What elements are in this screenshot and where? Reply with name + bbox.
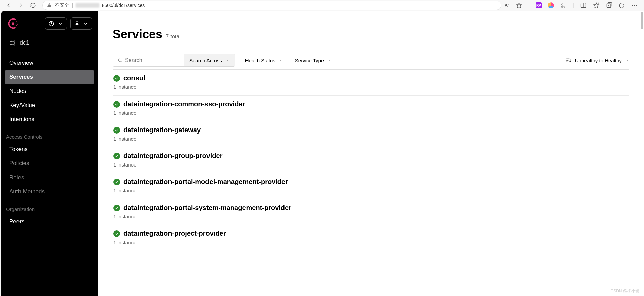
svg-point-22 <box>118 59 121 61</box>
service-instance-count: 1 instance <box>113 162 629 168</box>
back-button[interactable] <box>3 2 15 9</box>
extension-brain-icon[interactable] <box>548 2 554 8</box>
url-host-blur <box>76 3 99 8</box>
address-bar[interactable]: 不安全 | 8500/ui/dc1/services <box>42 1 501 10</box>
consul-logo-icon[interactable] <box>7 17 20 30</box>
search-across-dropdown[interactable]: Search Across <box>184 54 235 66</box>
main-nav: Overview Services Nodes Key/Value Intent… <box>1 50 98 128</box>
refresh-button[interactable] <box>27 2 39 8</box>
total-count: 7 total <box>166 34 181 41</box>
page-title: Services <box>113 27 162 41</box>
service-item[interactable]: dataintegration-group-provider 1 instanc… <box>113 147 629 173</box>
favorites-bar-icon[interactable] <box>593 2 600 9</box>
forward-button[interactable] <box>15 2 27 9</box>
service-type-filter[interactable]: Service Type <box>293 58 333 63</box>
help-icon <box>48 21 54 27</box>
svg-line-23 <box>121 61 122 62</box>
status-check-icon <box>113 127 120 134</box>
sidebar-item-intentions[interactable]: Intentions <box>5 112 94 126</box>
datacenter-selector[interactable]: dc1 <box>1 35 98 50</box>
sidebar-item-roles[interactable]: Roles <box>5 171 94 185</box>
service-name: dataintegration-common-sso-provider <box>123 100 245 108</box>
health-status-filter[interactable]: Health Status <box>243 58 285 63</box>
user-dropdown[interactable] <box>70 17 92 30</box>
main-content: Services 7 total Search Across Health St… <box>98 11 644 296</box>
svg-point-7 <box>632 5 633 6</box>
sidebar-item-nodes[interactable]: Nodes <box>5 84 94 98</box>
service-item[interactable]: dataintegration-portal-model-management-… <box>113 173 629 199</box>
svg-point-10 <box>12 22 14 25</box>
svg-point-14 <box>16 25 17 26</box>
help-dropdown[interactable] <box>45 17 67 30</box>
service-name: dataintegration-group-provider <box>123 152 222 160</box>
datacenter-label: dc1 <box>20 39 29 46</box>
sidebar-item-auth-methods[interactable]: Auth Methods <box>5 185 94 199</box>
service-item[interactable]: dataintegration-project-provider 1 insta… <box>113 225 629 251</box>
read-aloud-icon[interactable]: A» <box>505 3 509 8</box>
chevron-down-icon <box>279 58 283 62</box>
sort-dropdown[interactable]: Unhealthy to Healthy <box>566 57 629 63</box>
status-check-icon <box>113 179 120 185</box>
status-check-icon <box>113 205 120 211</box>
status-check-icon <box>113 75 120 82</box>
service-type-label: Service Type <box>295 58 324 63</box>
svg-point-9 <box>636 5 637 6</box>
sidebar: dc1 Overview Services Nodes Key/Value In… <box>1 11 98 296</box>
search-across-label: Search Across <box>189 58 222 63</box>
sidebar-item-overview[interactable]: Overview <box>5 56 94 70</box>
search-input-wrapper[interactable] <box>113 54 184 66</box>
chevron-down-icon <box>625 58 629 62</box>
performance-icon[interactable] <box>618 2 625 9</box>
search-input[interactable] <box>125 57 179 63</box>
sidebar-item-tokens[interactable]: Tokens <box>5 142 94 156</box>
user-icon <box>74 21 80 27</box>
service-item[interactable]: dataintegration-gateway 1 instance <box>113 121 629 147</box>
section-label-org: Organization <box>1 200 98 213</box>
search-icon <box>118 58 122 63</box>
service-instance-count: 1 instance <box>113 136 629 142</box>
collections-icon[interactable] <box>606 2 612 9</box>
status-check-icon <box>113 230 120 237</box>
sidebar-item-services[interactable]: Services <box>5 70 94 84</box>
sidebar-item-peers[interactable]: Peers <box>5 215 94 229</box>
service-item[interactable]: consul 1 instance <box>113 70 629 96</box>
service-item[interactable]: dataintegration-common-sso-provider 1 in… <box>113 96 629 121</box>
access-nav: Tokens Policies Roles Auth Methods <box>1 141 98 200</box>
svg-point-19 <box>14 41 15 42</box>
more-icon[interactable] <box>631 2 638 9</box>
service-instance-count: 1 instance <box>113 239 629 245</box>
svg-point-13 <box>17 24 18 25</box>
chevron-down-icon <box>225 58 229 62</box>
service-name: dataintegration-project-provider <box>123 230 226 237</box>
chevron-down-icon <box>57 21 63 27</box>
sidebar-item-policies[interactable]: Policies <box>5 156 94 171</box>
svg-point-17 <box>76 22 78 24</box>
sort-label: Unhealthy to Healthy <box>575 58 622 63</box>
datacenter-icon <box>9 40 16 46</box>
not-secure-icon <box>47 3 52 8</box>
service-item[interactable]: dataintegration-portal-system-management… <box>113 199 629 225</box>
org-nav: Peers <box>1 213 98 230</box>
favorite-icon[interactable] <box>516 2 522 9</box>
service-instance-count: 1 instance <box>113 110 629 116</box>
svg-point-21 <box>14 44 15 45</box>
section-label-access: Access Controls <box>1 128 98 141</box>
service-instance-count: 1 instance <box>113 188 629 193</box>
url-suffix: 8500/ui/dc1/services <box>102 3 145 8</box>
browser-toolbar: 不安全 | 8500/ui/dc1/services A» | RP | <box>0 0 644 11</box>
svg-point-20 <box>10 44 11 45</box>
sidebar-item-key-value[interactable]: Key/Value <box>5 98 94 112</box>
svg-point-8 <box>634 5 635 6</box>
service-list: consul 1 instance dataintegration-common… <box>113 70 629 251</box>
chevron-down-icon <box>327 58 331 62</box>
toolbar: Search Across Health Status Service Type… <box>113 51 629 70</box>
svg-point-11 <box>16 21 17 22</box>
svg-point-18 <box>10 41 11 42</box>
service-name: consul <box>123 74 145 82</box>
scrollbar[interactable] <box>641 12 643 29</box>
service-name: dataintegration-portal-model-management-… <box>123 178 288 186</box>
split-screen-icon[interactable] <box>580 2 587 9</box>
extensions-icon[interactable] <box>560 2 567 9</box>
extension-rp-icon[interactable]: RP <box>536 2 542 8</box>
svg-point-12 <box>17 23 18 24</box>
